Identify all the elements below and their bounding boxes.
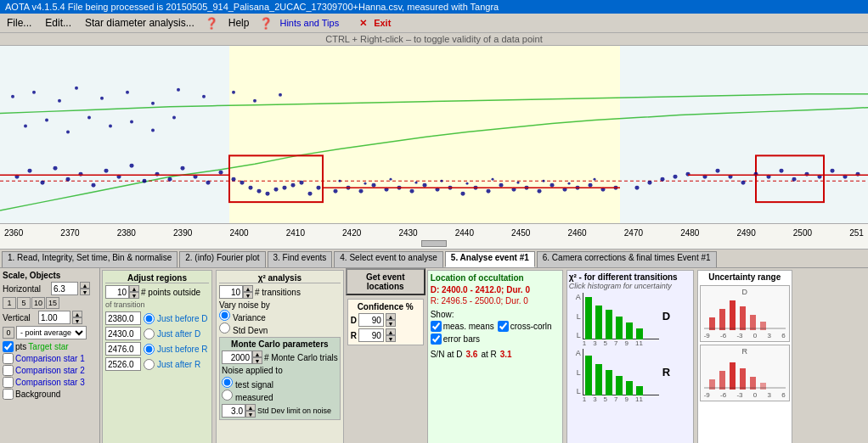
comp2-label: Comparison star 2	[15, 366, 85, 375]
bg-checkbox[interactable]	[3, 389, 14, 400]
chi2-r-chart[interactable]	[583, 349, 659, 395]
svg-point-88	[100, 97, 104, 100]
pts-down[interactable]: ▼	[129, 292, 139, 299]
tick-2360: 2360	[4, 228, 23, 238]
scale-btn-1[interactable]: 1	[3, 297, 16, 309]
svg-point-36	[266, 192, 270, 196]
std-down[interactable]: ▼	[245, 411, 256, 418]
svg-point-8	[28, 169, 32, 173]
horizontal-up[interactable]: ▲	[80, 282, 90, 289]
horizontal-label: Horizontal	[3, 284, 49, 294]
chi2-d-chart[interactable]	[583, 293, 659, 339]
conf-d-up[interactable]: ▲	[386, 313, 396, 320]
chart-area[interactable]	[0, 46, 868, 224]
pts-up[interactable]: ▲	[129, 285, 139, 292]
just-before-d-input[interactable]	[105, 311, 141, 325]
vary-noise-label: Vary noise by	[219, 300, 270, 310]
cross-corln-label: cross-corln	[510, 322, 552, 331]
svg-point-38	[283, 186, 287, 190]
transitions-spin[interactable]: ▲▼	[219, 285, 253, 299]
just-after-r-input[interactable]	[105, 357, 141, 371]
edit-menu[interactable]: Edit...	[42, 15, 75, 31]
scale-btn-5[interactable]: 5	[17, 297, 31, 309]
file-menu[interactable]: File...	[3, 15, 35, 31]
trials-down[interactable]: ▼	[252, 357, 262, 364]
svg-point-30	[151, 129, 155, 132]
trans-up[interactable]: ▲	[243, 285, 253, 292]
star-diameter-menu[interactable]: Star diameter analysis...	[82, 15, 198, 31]
conf-r-up[interactable]: ▲	[386, 328, 396, 335]
error-bars-cb[interactable]: error bars	[431, 334, 480, 345]
help-menu[interactable]: Help	[225, 15, 253, 31]
conf-r-input[interactable]	[358, 328, 384, 342]
get-event-button[interactable]: Get eventlocations	[346, 268, 426, 295]
pts-checkbox[interactable]	[3, 341, 14, 352]
vertical-input[interactable]	[38, 311, 70, 324]
measured-radio[interactable]	[222, 390, 233, 401]
trials-up[interactable]: ▲	[252, 350, 262, 357]
vertical-up[interactable]: ▲	[72, 311, 82, 317]
scale-btn-10[interactable]: 10	[31, 297, 45, 309]
vertical-spinbox[interactable]: ▲ ▼	[72, 311, 82, 324]
tab-3[interactable]: 3. Find events	[268, 251, 333, 267]
cross-corln-cb[interactable]: cross-corln	[498, 321, 552, 332]
svg-point-19	[168, 177, 172, 182]
comp2-checkbox[interactable]	[3, 365, 14, 376]
tab-4[interactable]: 4. Select event to analyse	[334, 251, 443, 267]
of-transition-label: of transition	[105, 300, 209, 309]
just-after-d-radio[interactable]	[144, 328, 155, 339]
conf-r-down[interactable]: ▼	[386, 335, 396, 342]
trials-spin[interactable]: ▲▼	[222, 350, 262, 364]
just-after-d-input[interactable]	[105, 327, 141, 340]
std-dev-spin[interactable]: ▲▼	[222, 404, 256, 418]
svg-point-35	[257, 189, 262, 193]
just-before-r-input[interactable]	[105, 342, 141, 356]
hints-menu[interactable]: Hints and Tips	[279, 18, 339, 28]
exit-button[interactable]: Exit	[374, 18, 391, 28]
svg-point-42	[317, 186, 321, 190]
meas-means-cb[interactable]: meas. means	[431, 321, 494, 332]
r-axis-l1: L	[569, 368, 581, 377]
scale-btn-15[interactable]: 15	[46, 297, 59, 309]
tab-1[interactable]: 1. Read, Integrity, Set time, Bin & norm…	[2, 251, 178, 267]
tabs-row: 1. Read, Integrity, Set time, Bin & norm…	[0, 250, 868, 268]
comp3-checkbox[interactable]	[3, 377, 14, 388]
tab-5[interactable]: 5. Analyse event #1	[445, 251, 535, 267]
meas-means-label: meas. means	[443, 322, 494, 331]
zero-button[interactable]: 0	[3, 327, 14, 339]
trans-down[interactable]: ▼	[243, 292, 253, 299]
std-devn-radio[interactable]	[219, 322, 230, 334]
std-up[interactable]: ▲	[245, 404, 256, 411]
point-average-select[interactable]: - point average	[16, 326, 87, 339]
points-outside-spin[interactable]: ▲▼	[105, 285, 139, 299]
just-before-d-radio[interactable]	[144, 313, 155, 324]
svg-point-27	[87, 116, 91, 120]
conf-d-spin[interactable]: ▲ ▼	[386, 313, 396, 327]
uncertainty-r-chart[interactable]: R -9-6-3036	[700, 345, 790, 401]
conf-d-input[interactable]	[358, 313, 384, 327]
svg-point-93	[232, 91, 235, 94]
test-signal-radio[interactable]	[222, 377, 233, 388]
horizontal-spinbox[interactable]: ▲ ▼	[80, 282, 90, 295]
conf-r-spin[interactable]: ▲ ▼	[386, 328, 396, 342]
comp1-checkbox[interactable]	[3, 353, 14, 364]
tab-2[interactable]: 2. (info) Fourier plot	[179, 251, 265, 267]
scroll-handle[interactable]	[421, 240, 447, 247]
chi2-hist-subtitle: Click histogram for uncertainty	[569, 282, 691, 290]
just-after-r-radio[interactable]	[144, 359, 155, 370]
svg-point-13	[92, 183, 96, 188]
tick-2460: 2460	[567, 228, 586, 238]
tick-251: 251	[849, 228, 864, 238]
svg-point-53	[461, 192, 465, 196]
conf-d-down[interactable]: ▼	[386, 320, 396, 327]
snr-r-label: at R	[481, 350, 496, 359]
vertical-down[interactable]: ▼	[72, 317, 82, 324]
tab-6[interactable]: 6. Camera corrections & final times Even…	[537, 251, 717, 267]
horizontal-input[interactable]	[51, 282, 78, 295]
horizontal-down[interactable]: ▼	[80, 289, 90, 295]
snr-d-value: 3.6	[466, 350, 478, 359]
just-before-r-radio[interactable]	[144, 344, 155, 355]
uncertainty-d-chart[interactable]: D -9-6-3036	[700, 285, 790, 342]
d-axis-l1: L	[569, 312, 581, 321]
variance-radio[interactable]	[219, 310, 230, 321]
